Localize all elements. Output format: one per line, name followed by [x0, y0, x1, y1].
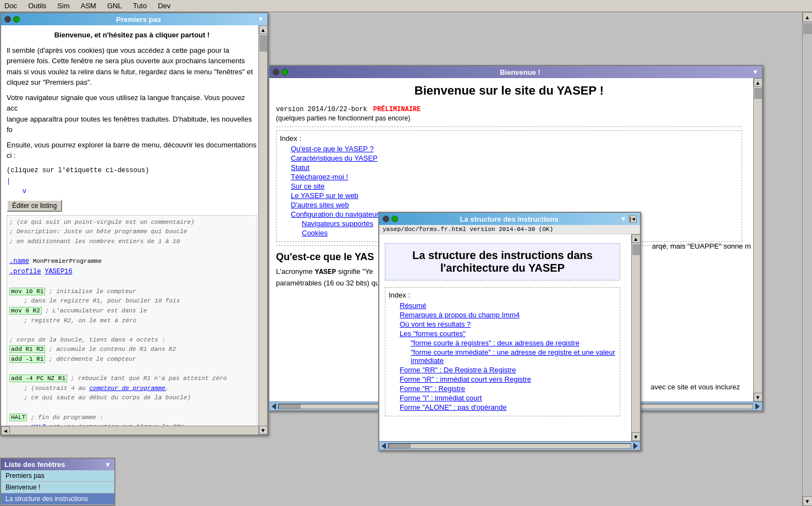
para3: Ensuite, vous pourrez explorer la barre … — [7, 140, 257, 161]
titlebar-structure[interactable]: La structure des instructions ▼ |◄ — [379, 213, 640, 225]
directive-profile-link[interactable]: .profile — [9, 268, 41, 276]
link-caract[interactable]: Caractéristiques du YASEP — [291, 154, 738, 162]
arrow-down-icon[interactable]: ▼ — [257, 15, 264, 23]
asm-line-add-neg1-r1: add -1 R1 ; décrémente le compteur — [9, 355, 255, 365]
comment-3: ; en additionnant les nombres entiers de… — [9, 237, 255, 247]
st-link-imm4[interactable]: Remarques à propos du champ Imm4 — [400, 311, 616, 319]
fenetre-list-arrow[interactable]: ▼ — [104, 461, 111, 469]
menu-asm[interactable]: ASM — [79, 1, 98, 10]
st-link-resultats[interactable]: Où vont les résultats ? — [400, 320, 616, 328]
scroll-thumb[interactable] — [259, 35, 267, 52]
addr1r2-keyword[interactable]: add R1 R2 — [9, 345, 45, 353]
st-link-rr[interactable]: Forme "RR" : De Registre à Registre — [400, 366, 616, 374]
structure-bottom-nav — [379, 441, 640, 450]
comment-branch3: ; ce qui saute au début du corps de la b… — [9, 393, 255, 403]
list-item-structure[interactable]: La structure des instructions — [1, 493, 114, 505]
index-label: Index : — [280, 134, 738, 142]
scroll-up-btn[interactable]: ▲ — [259, 25, 268, 34]
menu-dev[interactable]: Dev — [156, 1, 173, 10]
compteur-link[interactable]: compteur de programme — [89, 385, 165, 392]
st-link-r[interactable]: Forme "R" : Registre — [400, 384, 616, 393]
window-structure: La structure des instructions ▼ |◄ yasep… — [378, 212, 641, 451]
code-listing: ; (ce qui suit un point-virgule est un c… — [7, 215, 257, 426]
menu-doc[interactable]: Doc — [2, 1, 19, 10]
vscroll-structure[interactable]: ▲ ▼ — [631, 234, 640, 441]
arrow-down-st[interactable]: ▼ — [620, 215, 627, 223]
nav-left-icon[interactable] — [272, 403, 276, 410]
mov0r2-keyword[interactable]: mov 0 R2 — [9, 307, 42, 315]
bienvenue-main-title: Bienvenue sur le site du YASEP ! — [276, 84, 742, 98]
scroll-down-btn[interactable]: ▼ — [259, 426, 268, 435]
st-nav-right-icon[interactable] — [633, 443, 638, 449]
global-scroll-thumb[interactable] — [803, 23, 812, 34]
bv-scroll-thumb[interactable] — [754, 88, 762, 99]
link-quest-ce-que[interactable]: Qu'est-ce que le YASEP ? — [291, 145, 738, 153]
version-line: version 2014/10/22-bork PRÉLIMINAIRE — [276, 106, 742, 113]
directive-name-link[interactable]: .name — [9, 257, 29, 265]
menu-sim[interactable]: Sim — [55, 1, 71, 10]
st-link-i[interactable]: Forme "i" : immédiat court — [400, 394, 616, 402]
mov10r1-keyword[interactable]: mov 10 R1 — [9, 288, 45, 295]
menu-outils[interactable]: Outils — [26, 1, 48, 10]
st-link-forme-courte-imm[interactable]: "forme courte immédiate" : une adresse d… — [411, 348, 616, 365]
structure-main-title: La structure des instructions dans l'arc… — [385, 243, 620, 280]
window-title-st: La structure des instructions — [460, 215, 558, 223]
st-nav-left-icon[interactable] — [382, 443, 386, 449]
menu-tuto[interactable]: Tuto — [131, 1, 150, 10]
titlebar-premiers-pas[interactable]: Premiers pas ▼ — [1, 13, 267, 25]
bottom-cut-text: avec ce site et vous inclurez — [650, 383, 740, 391]
link-autres-sites[interactable]: D'autres sites web — [291, 201, 738, 209]
menu-gnl[interactable]: GNL — [105, 1, 124, 10]
comment-mov0: ; L'accumulateur est dans le — [45, 307, 147, 314]
bv-scroll-up[interactable]: ▲ — [754, 78, 763, 87]
circle-icon — [4, 16, 11, 23]
st-link-resume[interactable]: Résumé — [400, 301, 616, 310]
asm-line-2: mov 0 R2 ; L'accumulateur est dans le — [9, 306, 255, 316]
st-link-alone[interactable]: Forme "ALONE" : pas d'opérande — [400, 403, 616, 411]
comment-add-neg1: ; décrémente le compteur — [49, 356, 136, 362]
global-scroll-down[interactable]: ▼ — [803, 496, 813, 506]
comment-2: ; Description: Juste un bête programme q… — [9, 227, 255, 237]
structure-body: La structure des instructions dans l'arc… — [379, 234, 631, 441]
structure-url: yasep/doc/forms.fr.html version 2014-04-… — [383, 226, 553, 233]
st-link-formes-courtes[interactable]: Les "formes courtes" — [400, 329, 616, 338]
branch-keyword[interactable]: add -4 PC NZ R1 — [9, 375, 67, 382]
titlebar-bienvenue[interactable]: Bienvenue ! ▼ — [269, 66, 762, 78]
st-scroll-up[interactable]: ▲ — [632, 234, 640, 243]
list-item-bienvenue[interactable]: Bienvenue ! — [1, 482, 114, 493]
titlebar-left — [4, 16, 20, 23]
directive-yasep16-link[interactable]: YASEP16 — [45, 268, 72, 276]
asm-comment-r1: ; dans le registre R1, pour boucler 10 f… — [9, 296, 255, 306]
para2: Votre navigateur signale que vous utilis… — [7, 92, 257, 135]
addneg1r1-keyword[interactable]: add -1 R1 — [9, 355, 45, 363]
global-vscroll[interactable]: ▲ ▼ — [802, 12, 812, 506]
hscroll-left[interactable]: ◄ — [1, 426, 10, 435]
para1: Il semble (d'après vos cookies) que vous… — [7, 45, 257, 88]
structure-index-label: Index : — [389, 291, 616, 299]
list-item-premiers-pas[interactable]: Premiers pas — [1, 470, 114, 482]
st-scroll-thumb[interactable] — [632, 244, 640, 255]
arrow-indicator: | v — [7, 177, 257, 196]
st-scroll-down[interactable]: ▼ — [632, 432, 640, 441]
nav-right-icon[interactable] — [755, 403, 760, 410]
vscroll-bienvenue[interactable]: ▲ ▼ — [753, 78, 762, 402]
structure-content-area: La structure des instructions dans l'arc… — [379, 234, 640, 441]
link-yasep-web[interactable]: Le YASEP sur le web — [291, 191, 738, 200]
window-title-bv: Bienvenue ! — [500, 68, 540, 76]
edit-listing-button[interactable]: Éditer ce listing — [7, 200, 62, 212]
st-link-ir[interactable]: Forme "iR" : immédiat court vers Registr… — [400, 375, 616, 383]
link-telecharger[interactable]: Téléchargez-moi ! — [291, 173, 738, 181]
arrow-down-bv[interactable]: ▼ — [752, 68, 759, 76]
vscroll-premiers-pas[interactable]: ▲ ▼ — [258, 25, 267, 435]
window-premiers-pas: Premiers pas ▼ Bienvenue, et n'hésitez p… — [0, 12, 268, 436]
fenetre-list-title: Liste des fenêtres — [4, 460, 65, 469]
link-statut[interactable]: Statut — [291, 163, 738, 172]
win-btn-close-st[interactable]: |◄ — [629, 215, 637, 223]
st-link-forme-courte-reg[interactable]: "forme courte à registres" : deux adress… — [411, 339, 616, 347]
divider1 — [276, 127, 742, 127]
halt-keyword[interactable]: HALT — [9, 414, 27, 421]
hscroll-track-st[interactable] — [388, 443, 631, 449]
bv-scroll-down[interactable]: ▼ — [754, 393, 763, 402]
link-sur-ce-site[interactable]: Sur ce site — [291, 182, 738, 190]
global-scroll-up[interactable]: ▲ — [803, 12, 813, 22]
